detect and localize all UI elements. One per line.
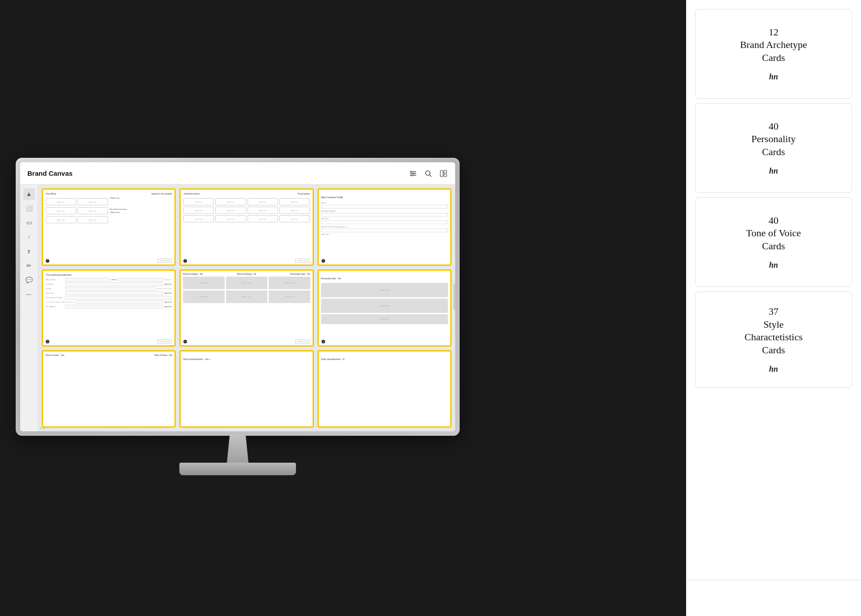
- tov-yes-title: Tone of Voice - Yes: [45, 354, 65, 356]
- card-personality[interactable]: Personality traits - Yes Drag a card Dra…: [317, 269, 452, 347]
- five-whys-impact-title: Impact to be created: [152, 192, 172, 195]
- personality-number: 40: [769, 120, 778, 133]
- sidebar: ▲ ⬜ ▭ / T ✏ 💬 •••: [20, 185, 38, 431]
- svg-line-7: [430, 175, 431, 177]
- grid-view-icon[interactable]: [439, 169, 448, 178]
- canvas-area: Five Whys Impact to be created Type here…: [38, 185, 455, 431]
- canvas-grid: Five Whys Impact to be created Type here…: [38, 185, 455, 431]
- card-style-char-no[interactable]: Style characteristics - N: [317, 350, 452, 428]
- card-2-logo: YOUR LOGO: [295, 259, 309, 263]
- authentic-title: Authentic points: [183, 192, 200, 195]
- svg-point-4: [413, 173, 414, 174]
- svg-point-5: [412, 174, 413, 176]
- personality-name: PersonalityCards: [752, 133, 796, 158]
- monitor-wrapper: Brand Canvas: [13, 0, 462, 616]
- style-name: StyleCharactetisticsCards: [744, 318, 803, 357]
- header-icons: [409, 169, 448, 178]
- proof-points-title: Proof points: [298, 192, 310, 195]
- tone-name: Tone of VoiceCards: [746, 227, 801, 252]
- style-char-no-title: Style characteristics - N: [321, 358, 345, 360]
- monitor-screen: Brand Canvas: [20, 162, 455, 431]
- ideal-customer-title: Ideal Customer Profile: [321, 196, 343, 199]
- scroll-indicator[interactable]: [453, 283, 455, 310]
- archetype-name: Brand ArchetypeCards: [740, 39, 807, 64]
- bottom-divider: [686, 580, 861, 580]
- product-card-tone[interactable]: 40 Tone of VoiceCards hn: [695, 197, 852, 287]
- monitor-neck: [224, 436, 251, 463]
- archetype-no-title: Brand archetype - No: [237, 273, 256, 275]
- card-style-char[interactable]: Style characteristics - Yes ✓: [179, 350, 313, 428]
- card-1-nav: 1: [46, 259, 49, 263]
- card-positioning[interactable]: The positioning statement My business se…: [42, 269, 176, 347]
- archetype-number: 12: [769, 26, 778, 39]
- card-ideal-customer[interactable]: Ideal Customer Profile Name: Spending ca…: [317, 188, 452, 266]
- five-whys-title: Five Whys: [46, 192, 56, 195]
- product-card-style[interactable]: 37 StyleCharactetisticsCards hn: [695, 291, 852, 388]
- app-body: ▲ ⬜ ▭ / T ✏ 💬 •••: [20, 185, 455, 431]
- right-panel: 12 Brand ArchetypeCards hn 40 Personalit…: [686, 0, 861, 616]
- filter-icon[interactable]: [409, 169, 417, 178]
- more-tool[interactable]: •••: [23, 289, 35, 300]
- card-archetype[interactable]: Brand archetype - Yes Brand archetype - …: [179, 269, 313, 347]
- archetype-logo: hn: [769, 72, 778, 82]
- tone-logo: hn: [769, 260, 778, 270]
- pen-tool[interactable]: /: [23, 231, 35, 243]
- card-tone-of-voice[interactable]: Tone of Voice - Yes Tone of Voice - No: [42, 350, 176, 428]
- app-title: Brand Canvas: [27, 169, 73, 177]
- svg-rect-8: [440, 170, 443, 177]
- pencil-tool[interactable]: ✏: [23, 260, 35, 272]
- card-6-nav: 6: [322, 340, 325, 343]
- svg-point-6: [426, 171, 430, 175]
- card-3-nav: 3: [322, 259, 325, 263]
- product-card-personality[interactable]: 40 PersonalityCards hn: [695, 103, 852, 193]
- frame-tool[interactable]: ▭: [23, 217, 35, 229]
- card-1-logo: YOUR LOGO: [157, 259, 172, 263]
- personality-logo: hn: [769, 166, 778, 176]
- card-authentic-points[interactable]: Authentic points Proof points Type here …: [179, 188, 313, 266]
- style-char-yes-title: Style characteristics - Yes ✓: [183, 358, 211, 360]
- canvas-page-num: > >: [40, 426, 45, 430]
- card-5-logo: YOUR LOGO: [295, 339, 309, 343]
- personality-title: Personality traits - Yes: [321, 278, 341, 280]
- select-tool[interactable]: ▲: [23, 188, 35, 200]
- search-icon[interactable]: [424, 169, 433, 178]
- svg-point-3: [411, 171, 412, 172]
- tov-no-title: Tone of Voice - No: [154, 354, 172, 356]
- sticky-note-tool[interactable]: ⬜: [23, 203, 35, 214]
- monitor-base: [179, 463, 296, 475]
- svg-rect-9: [444, 170, 447, 173]
- card-4-nav: 4: [46, 340, 49, 343]
- text-tool[interactable]: T: [23, 246, 35, 257]
- archetype-yes-title: Brand archetype - Yes: [183, 273, 203, 275]
- card-5-nav: 5: [183, 340, 187, 343]
- app-header: Brand Canvas: [20, 162, 455, 185]
- personality-yes-title: Personality traits - Yes: [290, 273, 310, 275]
- style-logo: hn: [769, 364, 778, 374]
- card-five-whys[interactable]: Five Whys Impact to be created Type here…: [42, 188, 176, 266]
- tone-number: 40: [769, 214, 778, 227]
- monitor-screen-border: Brand Canvas: [16, 158, 460, 436]
- card-2-nav: 2: [183, 259, 187, 263]
- monitor: Brand Canvas: [16, 158, 460, 458]
- svg-rect-10: [444, 174, 447, 177]
- product-card-brand-archetype[interactable]: 12 Brand ArchetypeCards hn: [695, 9, 852, 99]
- card-4-logo: YOUR LOGO: [157, 339, 172, 343]
- positioning-title: The positioning statement: [46, 273, 172, 276]
- comment-tool[interactable]: 💬: [23, 274, 35, 286]
- style-number: 37: [769, 305, 778, 318]
